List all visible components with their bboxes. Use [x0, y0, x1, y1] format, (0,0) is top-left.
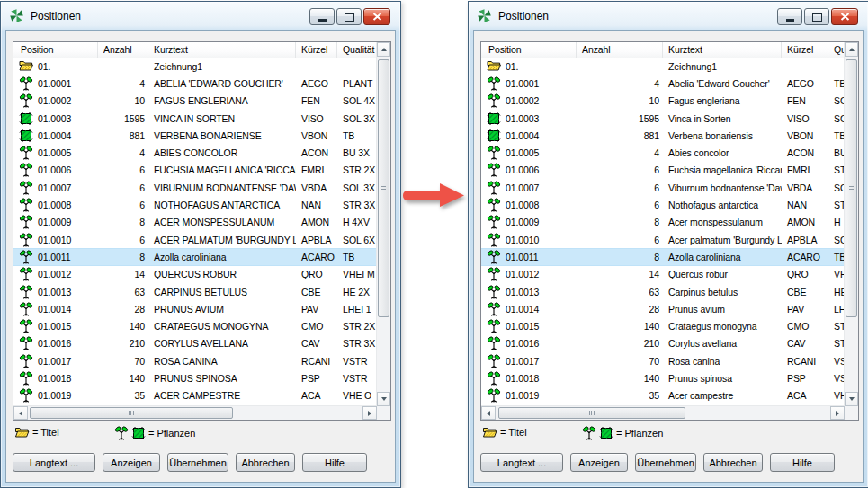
scroll-right-button[interactable]: [830, 406, 845, 420]
table-row[interactable]: 01.00031595VINCA IN SORTENVISOSOL 3X: [13, 110, 377, 127]
column-header-kurztext[interactable]: Kurztext: [663, 42, 782, 58]
horizontal-scrollbar[interactable]: [481, 405, 845, 420]
minimize-button[interactable]: [777, 8, 802, 25]
table-row[interactable]: 01.00054ABIES CONCOLORACONBU 3X: [13, 144, 377, 161]
table-row[interactable]: 01.000210Fagus englerianaFENSO: [481, 93, 845, 110]
column-header-anzahl[interactable]: Anzahl: [577, 42, 663, 58]
table-row[interactable]: 01.00014Abelia 'Edward Goucher'AEGOTB: [481, 75, 845, 92]
hilfe-button[interactable]: Hilfe: [770, 453, 835, 472]
cell-kuerzel: AMON: [782, 217, 828, 227]
vertical-scroll-thumb[interactable]: [378, 59, 389, 317]
plant-icon: [487, 233, 501, 247]
uebernehmen-button[interactable]: Übernehmen: [167, 453, 228, 472]
cell-position: 01.0012: [487, 267, 577, 281]
cell-anzahl: 8: [98, 217, 148, 227]
position-text: 01.0005: [506, 147, 539, 158]
plant-icon: [487, 146, 501, 160]
vertical-scroll-thumb[interactable]: [846, 59, 857, 317]
scroll-up-button[interactable]: [845, 42, 858, 57]
anzeigen-button[interactable]: Anzeigen: [570, 453, 628, 472]
abbrechen-button[interactable]: Abbrechen: [703, 453, 763, 472]
table-row[interactable]: 01.0015140Crataegus monogynaCMOST: [481, 317, 845, 334]
cell-position: 01.0006: [487, 163, 577, 177]
cell-qualitaet: TB: [828, 78, 845, 89]
titlebar[interactable]: Positionen: [1, 2, 400, 30]
table-row[interactable]: 01.001363CARPINUS BETULUSCBEHE 2X: [13, 283, 377, 300]
maximize-button[interactable]: [336, 8, 362, 25]
table-row[interactable]: 01.001935Acer campestreACAVH: [481, 387, 845, 404]
table-row[interactable]: 01.00054Abies concolorACONBU: [481, 144, 845, 161]
table-row[interactable]: 01.00098ACER MONSPESSULANUMAMONH 4XV: [13, 214, 377, 231]
table-row[interactable]: 01.001428Prunus aviumPAVLH: [481, 300, 845, 317]
cell-qualitaet: TB: [828, 252, 845, 262]
close-button[interactable]: [831, 8, 858, 25]
scroll-down-button[interactable]: [377, 392, 390, 406]
table-row[interactable]: 01.00106ACER PALMATUM 'BURGUNDY LAAPBLAS…: [13, 231, 377, 248]
table-row[interactable]: 01.0004881VERBENA BONARIENSEVBONTB: [13, 127, 377, 144]
table-row[interactable]: 01.00098Acer monspessulanumAMONH: [481, 214, 845, 231]
table-row[interactable]: 01.00066Fuchsia magellanica 'Riccartonii…: [481, 162, 845, 179]
positions-table: Position Anzahl Kurztext Kürzel Qualität…: [480, 41, 859, 421]
column-header-kuerzel[interactable]: Kürzel: [296, 42, 337, 58]
langtext-button[interactable]: Langtext ...: [480, 453, 563, 472]
column-header-anzahl[interactable]: Anzahl: [98, 42, 148, 58]
abbrechen-button[interactable]: Abbrechen: [236, 453, 295, 472]
column-header-position[interactable]: Position: [13, 42, 98, 58]
horizontal-scrollbar[interactable]: [13, 405, 377, 420]
maximize-button[interactable]: [804, 8, 829, 25]
table-row[interactable]: 01.001214QUERCUS ROBURQROVHEI M: [13, 266, 377, 283]
table-row[interactable]: 01.00031595Vinca in SortenVISOSO: [481, 110, 845, 127]
cell-position: 01.0010: [487, 233, 577, 247]
scroll-left-button[interactable]: [13, 406, 28, 420]
table-row[interactable]: 01.00118Azolla carolinianaACAROTB: [13, 248, 377, 265]
table-row[interactable]: 01.Zeichnung1: [481, 58, 845, 75]
table-row[interactable]: 01.00076VIBURNUM BODNANTENSE 'DAWVBDASOL…: [13, 179, 377, 196]
anzeigen-button[interactable]: Anzeigen: [103, 453, 160, 472]
table-row[interactable]: 01.001770ROSA CANINARCANIVSTR: [13, 352, 377, 369]
table-row[interactable]: 01.00014ABELIA 'EDWARD GOUCHER'AEGOPLANT: [13, 75, 377, 92]
position-text: 01.0002: [38, 95, 71, 106]
minimize-button[interactable]: [309, 8, 335, 25]
scroll-up-button[interactable]: [377, 42, 390, 57]
uebernehmen-button[interactable]: Übernehmen: [635, 453, 696, 472]
table-row[interactable]: 01.0016210Corylus avellanaCAVST: [481, 335, 845, 352]
positions-window-right: Positionen Position Anzahl Kurztext Kürz…: [468, 1, 868, 488]
column-header-position[interactable]: Position: [481, 42, 577, 58]
table-row[interactable]: 01.001428PRUNUS AVIUMPAVLHEI 1: [13, 300, 377, 317]
table-row[interactable]: 01.0018140Prunus spinosaPSPVS: [481, 369, 845, 386]
horizontal-scroll-thumb[interactable]: [498, 407, 685, 419]
table-row[interactable]: 01.001214Quercus roburQROVH: [481, 266, 845, 283]
table-row[interactable]: 01.00066FUCHSIA MAGELLANICA 'RICCARTFMRI…: [13, 162, 377, 179]
table-row[interactable]: 01.001770Rosa caninaRCANIVS: [481, 352, 845, 369]
scroll-right-button[interactable]: [362, 406, 377, 420]
column-header-kurztext[interactable]: Kurztext: [148, 42, 296, 58]
table-row[interactable]: 01.00106Acer palmatum 'Burgundy Lace'APB…: [481, 231, 845, 248]
close-button[interactable]: [363, 8, 390, 25]
table-row[interactable]: 01.000210FAGUS ENGLERIANAFENSOL 4X: [13, 93, 377, 110]
table-row[interactable]: 01.00086Nothofagus antarcticaNANST: [481, 196, 845, 213]
langtext-button[interactable]: Langtext ...: [13, 453, 95, 472]
horizontal-scroll-thumb[interactable]: [30, 407, 233, 419]
table-row[interactable]: 01.00076Viburnum bodnantense 'Dawn'VBDAS…: [481, 179, 845, 196]
table-row[interactable]: 01.00118Azolla carolinianaACAROTB: [481, 248, 845, 265]
vertical-scrollbar[interactable]: [844, 42, 858, 406]
cell-kurztext: CORYLUS AVELLANA: [148, 338, 296, 349]
table-row[interactable]: 01.Zeichnung1: [13, 58, 377, 75]
cell-kurztext: Vinca in Sorten: [663, 113, 782, 124]
position-text: 01.0018: [506, 373, 539, 384]
vertical-scrollbar[interactable]: [376, 42, 390, 406]
table-row[interactable]: 01.0004881Verbena bonariensisVBONTB: [481, 127, 845, 144]
table-row[interactable]: 01.0015140CRATAEGUS MONOGYNACMOSTR 2X: [13, 317, 377, 334]
table-row[interactable]: 01.00086NOTHOFAGUS ANTARCTICANANSTR 3X: [13, 196, 377, 213]
table-row[interactable]: 01.0016210CORYLUS AVELLANACAVSTR 3X: [13, 335, 377, 352]
scroll-down-button[interactable]: [845, 392, 858, 406]
column-header-kuerzel[interactable]: Kürzel: [782, 42, 828, 58]
scroll-left-button[interactable]: [481, 406, 496, 420]
table-row[interactable]: 01.001935ACER CAMPESTREACAVHE O: [13, 387, 377, 404]
table-row[interactable]: 01.001363Carpinus betulusCBEHE: [481, 283, 845, 300]
cell-kurztext: CRATAEGUS MONOGYNA: [148, 321, 296, 332]
hilfe-button[interactable]: Hilfe: [302, 453, 367, 472]
titlebar[interactable]: Positionen: [469, 2, 868, 30]
legend-titel-label: = Titel: [500, 427, 527, 438]
table-row[interactable]: 01.0018140PRUNUS SPINOSAPSPVSTR: [13, 369, 377, 386]
